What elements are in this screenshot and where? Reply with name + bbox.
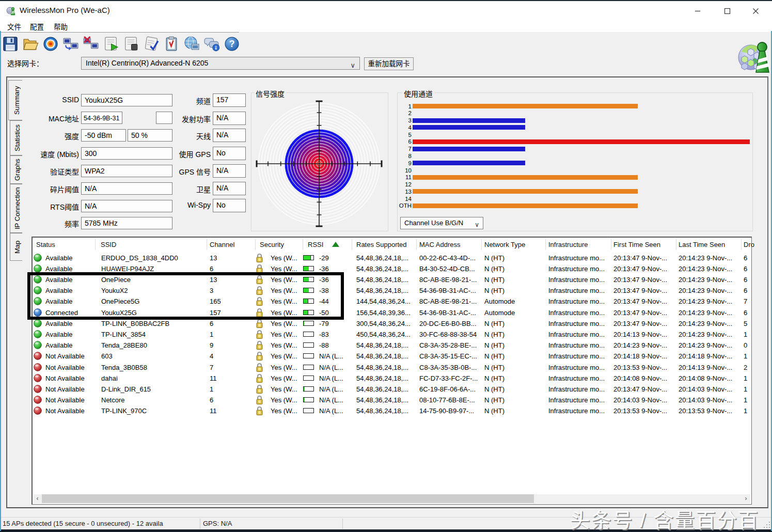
maximize-icon — [724, 8, 731, 14]
resize-grip[interactable] — [764, 522, 770, 528]
chat-info-icon[interactable] — [203, 36, 220, 52]
cell-security: Yes (W... — [271, 320, 297, 327]
cell-network-type: N (HT) — [484, 287, 505, 294]
column-header-rssi[interactable]: RSSI — [308, 241, 323, 248]
column-header-dro[interactable]: Dro — [744, 241, 754, 248]
table-row-TP-LINK_3854[interactable]: Available TP-LINK_3854 1 Yes (W... -83 4… — [33, 329, 751, 340]
cell-last-time-seen: 20:14:23 9-Nov-... — [679, 341, 732, 349]
field-value[interactable]: -50 dBm — [81, 129, 126, 142]
title-bar[interactable]: WirelessMon Pro (We-aC) — [0, 1, 772, 20]
column-header-status[interactable]: Status — [36, 241, 55, 248]
column-header-ssid[interactable]: SSID — [101, 241, 116, 248]
table-row-603[interactable]: Not Available 603 4 Yes (W... N/A (L... … — [33, 351, 751, 362]
cell-infrastructure: Infrastructure mo... — [548, 341, 605, 349]
log-check-icon[interactable] — [143, 36, 160, 52]
cell-security: Yes (W... — [271, 352, 297, 360]
cell-rates: 54,48,36,24,18,... — [356, 254, 408, 262]
column-header-channel[interactable]: Channel — [210, 241, 234, 248]
help-icon[interactable]: ? — [224, 36, 240, 52]
column-header-first-time-seen[interactable]: First Time Seen — [613, 241, 660, 248]
channel-label-5: 5 — [398, 132, 412, 138]
scroll-left-button[interactable]: ‹ — [33, 494, 42, 503]
tab-summary[interactable]: Summary — [8, 80, 22, 120]
field-label: 碎片阈值 — [10, 184, 79, 194]
channel-use-combobox[interactable]: Channel Use B/G/N ∨ — [400, 217, 483, 229]
field-label: Wi-Spy — [145, 201, 211, 209]
table-row-TP-LINK_970C[interactable]: Not Available TP-LINK_970C 11 Yes (W... … — [33, 405, 751, 416]
rssi-meter — [303, 266, 314, 271]
open-icon[interactable] — [22, 36, 39, 52]
menu-help[interactable]: 帮助 — [54, 21, 68, 32]
field-value[interactable]: 5785 MHz — [81, 217, 172, 229]
cell-last-time-seen: 20:14:23 9-Nov-... — [679, 298, 732, 305]
field-label: 强度 — [10, 131, 79, 141]
table-row-Tenda_3B0B58[interactable]: Not Available Tenda_3B0B58 7 Yes (W... N… — [33, 362, 751, 373]
save-icon[interactable] — [2, 36, 19, 52]
field-value[interactable]: N/A — [213, 182, 246, 195]
field-value[interactable]: N/A — [213, 129, 246, 142]
cell-rates: 54,48,36,24,18,... — [356, 385, 408, 393]
column-header-last-time-seen[interactable]: Last Time Seen — [679, 241, 725, 248]
column-header-security[interactable]: Security — [260, 241, 284, 248]
channel-label-7: 7 — [398, 146, 412, 152]
cell-first-time-seen: 20:14:08 9-Nov-... — [613, 374, 667, 382]
horizontal-scrollbar[interactable]: ‹ › — [33, 494, 750, 503]
cell-last-time-seen: 20:14:08 9-Nov-... — [679, 374, 732, 382]
cell-status: Not Available — [45, 364, 85, 371]
field-value[interactable]: N/A — [213, 164, 246, 178]
field-value[interactable]: 157 — [213, 93, 246, 107]
maximize-button[interactable] — [715, 2, 739, 20]
header-separator — [741, 239, 742, 250]
cell-network-type: N (HT) — [484, 385, 505, 393]
scrollbar-thumb[interactable] — [42, 494, 534, 503]
table-row-Tenda_28BE80[interactable]: Available Tenda_28BE80 9 Yes (W... -88 5… — [33, 340, 751, 351]
watermark-text: 头条号 / 含量百分百 — [0, 504, 759, 532]
cell-rates: 54,48,36,24,18,... — [356, 265, 408, 273]
cell-first-time-seen: 20:13:47 9-Nov-... — [613, 309, 667, 317]
log-play-icon[interactable] — [103, 36, 119, 52]
scroll-right-button[interactable]: › — [742, 494, 750, 503]
target-icon[interactable] — [42, 36, 59, 52]
cell-first-time-seen: 20:13:47 9-Nov-... — [613, 276, 667, 284]
toolbar: ? — [0, 33, 772, 56]
field-value[interactable]: No — [213, 147, 246, 160]
transfer-icon[interactable] — [62, 36, 79, 52]
cell-ssid: Tenda_3B0B58 — [101, 364, 147, 371]
close-button[interactable] — [744, 2, 767, 20]
column-header-mac-address[interactable]: MAC Address — [419, 241, 460, 248]
cell-dropped: 1 — [744, 331, 747, 338]
field-label: 频道 — [145, 96, 211, 106]
cell-rssi: N/A (L... — [319, 352, 343, 360]
cell-rates: 54,48,36,24,18,... — [356, 341, 408, 349]
field-label: GPS 信号 — [145, 166, 211, 177]
status-orb-red — [34, 374, 42, 382]
field-value[interactable]: 54-36-9B-31 — [81, 112, 122, 124]
column-header-rates-supported[interactable]: Rates Supported — [356, 241, 407, 248]
minimize-button[interactable] — [686, 2, 710, 20]
table-row-Netcore[interactable]: Not Available Netcore 6 Yes (W... N/A (L… — [33, 395, 751, 405]
web-export-icon[interactable] — [183, 36, 200, 52]
cell-security: Yes (W... — [271, 364, 297, 371]
table-row-dahai[interactable]: Not Available dahai 11 Yes (W... N/A (L.… — [33, 373, 751, 384]
tab-map[interactable]: Map — [10, 233, 22, 261]
adapter-select-combobox[interactable]: Intel(R) Centrino(R) Advanced-N 6205 ∨ — [81, 57, 360, 70]
cell-dropped: 6 — [744, 254, 747, 262]
column-header-infrastructure[interactable]: Infrastructure — [548, 241, 588, 248]
cell-infrastructure: Infrastructure mo... — [548, 396, 605, 404]
cell-security: Yes (W... — [271, 341, 297, 349]
cell-rates: 54,48,36,24,18,... — [356, 407, 408, 415]
field-value[interactable]: N/A — [213, 112, 246, 125]
column-header-network-type[interactable]: Network Type — [484, 241, 525, 248]
transfer-stop-icon[interactable] — [83, 36, 99, 52]
reload-adapter-button[interactable]: 重新加载网卡 — [364, 57, 414, 70]
adapter-select-label: 选择网卡： — [7, 58, 43, 68]
clipboard-report-icon[interactable] — [163, 36, 180, 52]
field-value[interactable]: No — [213, 199, 246, 212]
cell-last-time-seen: 20:14:23 9-Nov-... — [679, 320, 732, 327]
log-stop-icon[interactable] — [123, 36, 139, 52]
menu-config[interactable]: 配置 — [30, 21, 44, 32]
table-row-D-Link_DIR_615[interactable]: Not Available D-Link_DIR_615 1 Yes (W...… — [33, 384, 751, 395]
cell-network-type: N (HT) — [484, 265, 505, 273]
menu-file[interactable]: 文件 — [7, 21, 21, 32]
table-row-ERDUO_DS_1838_4DD0[interactable]: Available ERDUO_DS_1838_4DD0 13 Yes (W..… — [33, 253, 751, 263]
